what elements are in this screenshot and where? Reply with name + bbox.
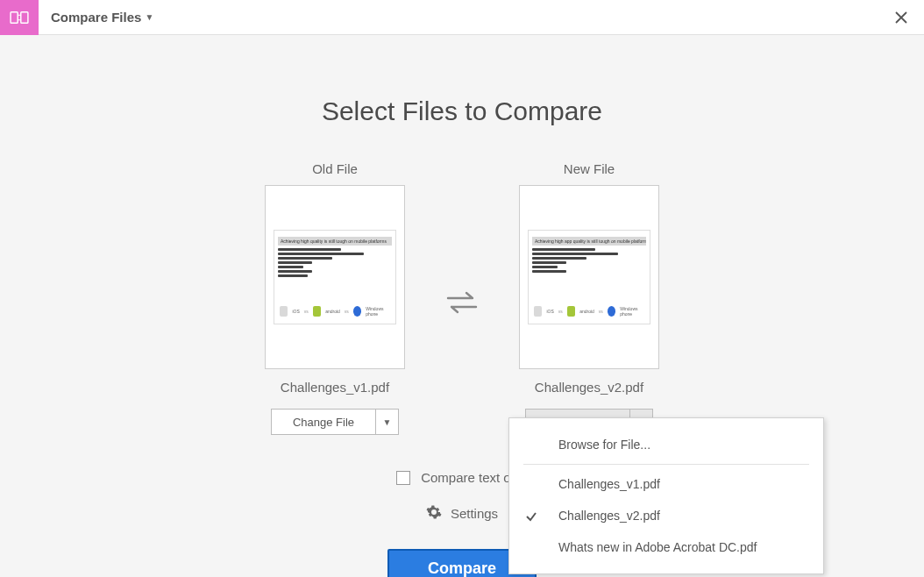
settings-label: Settings: [451, 506, 498, 521]
svg-rect-1: [21, 11, 28, 23]
dropdown-file-label: Challenges_v1.pdf: [558, 477, 660, 491]
settings-button[interactable]: Settings: [426, 504, 498, 523]
compare-files-title-dropdown[interactable]: Compare Files ▼: [51, 10, 153, 25]
thumbnail-preview: Achieving high quality is still tough on…: [274, 230, 396, 324]
old-file-filename: Challenges_v1.pdf: [281, 380, 389, 395]
caret-down-icon: ▼: [145, 12, 153, 22]
old-file-change-dropdown-button[interactable]: ▼: [376, 409, 399, 435]
new-file-column: New File Achieving high app quality is s…: [501, 161, 677, 435]
close-icon: [894, 11, 908, 25]
new-file-thumbnail[interactable]: Achieving high app quality is still toug…: [519, 185, 659, 369]
dropdown-browse-item[interactable]: Browse for File...: [509, 429, 823, 460]
new-file-filename: Challenges_v2.pdf: [535, 380, 643, 395]
dropdown-file-label: Challenges_v2.pdf: [558, 509, 660, 523]
close-button[interactable]: [891, 7, 912, 28]
dropdown-separator: [523, 464, 809, 465]
compare-files-app-icon: [0, 0, 39, 35]
page-heading: Select Files to Compare: [322, 96, 602, 126]
old-file-thumbnail[interactable]: Achieving high quality is still tough on…: [265, 185, 405, 369]
new-file-label: New File: [564, 161, 615, 176]
topbar: Compare Files ▼: [0, 0, 924, 35]
dropdown-file-item[interactable]: Challenges_v1.pdf: [509, 468, 823, 500]
gear-icon: [426, 504, 442, 523]
swap-files-icon[interactable]: [440, 288, 484, 317]
dropdown-browse-label: Browse for File...: [558, 438, 650, 452]
caret-down-icon: ▼: [383, 417, 392, 427]
compare-text-only-checkbox[interactable]: [396, 471, 410, 485]
old-file-label: Old File: [312, 161, 358, 176]
change-file-dropdown: Browse for File... Challenges_v1.pdf Cha…: [508, 417, 824, 574]
toolbar-title: Compare Files: [51, 10, 141, 25]
files-row: Old File Achieving high quality is still…: [247, 161, 677, 435]
old-file-column: Old File Achieving high quality is still…: [247, 161, 423, 435]
svg-rect-0: [11, 11, 18, 23]
dropdown-file-label: Whats new in Adobe Acrobat DC.pdf: [558, 540, 757, 554]
dropdown-file-item[interactable]: Whats new in Adobe Acrobat DC.pdf: [509, 531, 823, 563]
dropdown-file-item[interactable]: Challenges_v2.pdf: [509, 500, 823, 531]
old-file-change-button[interactable]: Change File: [271, 409, 376, 435]
thumbnail-preview: Achieving high app quality is still toug…: [528, 230, 650, 324]
check-icon: [525, 510, 537, 525]
old-file-change-group: Change File ▼: [271, 409, 399, 435]
